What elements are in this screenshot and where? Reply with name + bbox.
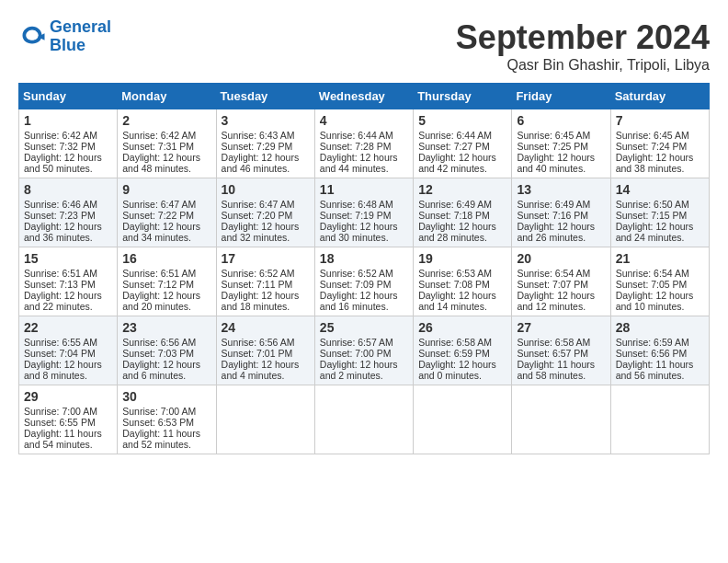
calendar-cell: 30Sunrise: 7:00 AMSunset: 6:53 PMDayligh… [118,385,216,454]
calendar-cell: 27Sunrise: 6:58 AMSunset: 6:57 PMDayligh… [512,316,610,385]
calendar-cell: 29Sunrise: 7:00 AMSunset: 6:55 PMDayligh… [19,385,118,454]
day-info-line: Sunset: 6:59 PM [418,348,506,359]
weekday-header: Thursday [414,84,512,109]
day-info-line: Daylight: 12 hours [122,221,210,232]
day-info-line: Sunrise: 6:45 AM [616,130,704,141]
calendar-cell: 25Sunrise: 6:57 AMSunset: 7:00 PMDayligh… [314,316,413,385]
day-number: 20 [517,251,605,266]
day-info-line: and 28 minutes. [418,232,506,243]
day-info-line: Daylight: 12 hours [517,290,605,301]
day-info-line: and 50 minutes. [24,163,112,174]
day-info-line: Daylight: 12 hours [320,221,408,232]
weekday-header: Monday [118,84,216,109]
day-info-line: Sunrise: 6:43 AM [222,130,310,141]
day-info-line: Daylight: 12 hours [222,290,310,301]
day-number: 27 [517,320,605,335]
calendar-cell: 2Sunrise: 6:42 AMSunset: 7:31 PMDaylight… [118,109,216,178]
day-info-line: Sunrise: 6:49 AM [418,199,506,210]
calendar-cell: 22Sunrise: 6:55 AMSunset: 7:04 PMDayligh… [19,316,118,385]
day-info-line: Daylight: 12 hours [616,290,704,301]
day-info-line: Sunrise: 6:44 AM [418,130,506,141]
calendar-cell: 19Sunrise: 6:53 AMSunset: 7:08 PMDayligh… [414,247,512,316]
calendar-cell: 17Sunrise: 6:52 AMSunset: 7:11 PMDayligh… [216,247,314,316]
day-number: 7 [616,113,704,128]
day-info-line: and 22 minutes. [24,301,112,312]
day-info-line: Sunrise: 6:44 AM [320,130,408,141]
day-info-line: Daylight: 12 hours [418,221,506,232]
day-info-line: Sunset: 7:31 PM [122,141,210,152]
day-number: 26 [418,320,506,335]
day-info-line: Sunset: 6:55 PM [24,417,112,428]
day-info-line: Sunrise: 6:53 AM [418,268,506,279]
day-number: 17 [222,251,310,266]
day-number: 14 [616,182,704,197]
calendar-cell: 11Sunrise: 6:48 AMSunset: 7:19 PMDayligh… [314,178,413,247]
day-info-line: Sunset: 7:07 PM [517,279,605,290]
day-info-line: Sunrise: 6:55 AM [24,337,112,348]
day-info-line: and 2 minutes. [320,370,408,381]
day-info-line: Sunset: 7:29 PM [222,141,310,152]
day-info-line: and 20 minutes. [122,301,210,312]
calendar-cell: 21Sunrise: 6:54 AMSunset: 7:05 PMDayligh… [610,247,709,316]
day-info-line: Sunset: 7:27 PM [418,141,506,152]
title-block: September 2024 Qasr Bin Ghashir, Tripoli… [456,18,710,74]
day-info-line: Sunrise: 6:51 AM [122,268,210,279]
day-info-line: and 52 minutes. [122,439,210,450]
calendar-cell: 15Sunrise: 6:51 AMSunset: 7:13 PMDayligh… [19,247,118,316]
day-info-line: and 26 minutes. [517,232,605,243]
day-info-line: and 58 minutes. [517,370,605,381]
day-info-line: Sunrise: 6:56 AM [222,337,310,348]
calendar-cell: 24Sunrise: 6:56 AMSunset: 7:01 PMDayligh… [216,316,314,385]
day-info-line: Daylight: 12 hours [418,290,506,301]
day-info-line: and 36 minutes. [24,232,112,243]
day-info-line: Daylight: 12 hours [320,290,408,301]
day-info-line: Sunrise: 6:45 AM [517,130,605,141]
day-info-line: Daylight: 12 hours [24,290,112,301]
day-info-line: Sunrise: 6:59 AM [616,337,704,348]
calendar-cell: 12Sunrise: 6:49 AMSunset: 7:18 PMDayligh… [414,178,512,247]
day-info-line: Sunrise: 7:00 AM [122,406,210,417]
day-info-line: Daylight: 12 hours [122,290,210,301]
day-info-line: and 30 minutes. [320,232,408,243]
logo-text: General Blue [50,18,111,55]
calendar-cell [512,385,610,454]
day-info-line: and 12 minutes. [517,301,605,312]
calendar-week-row: 15Sunrise: 6:51 AMSunset: 7:13 PMDayligh… [19,247,710,316]
day-number: 18 [320,251,408,266]
day-info-line: Daylight: 12 hours [616,221,704,232]
calendar-cell: 9Sunrise: 6:47 AMSunset: 7:22 PMDaylight… [118,178,216,247]
day-info-line: Sunset: 7:08 PM [418,279,506,290]
day-info-line: Sunrise: 6:54 AM [517,268,605,279]
day-number: 15 [24,251,112,266]
calendar-cell: 5Sunrise: 6:44 AMSunset: 7:27 PMDaylight… [414,109,512,178]
day-number: 30 [122,389,210,404]
day-number: 6 [517,113,605,128]
day-number: 1 [24,113,112,128]
day-number: 13 [517,182,605,197]
day-info-line: and 10 minutes. [616,301,704,312]
day-info-line: Sunrise: 6:54 AM [616,268,704,279]
day-number: 16 [122,251,210,266]
day-info-line: Daylight: 12 hours [24,152,112,163]
day-info-line: and 32 minutes. [222,232,310,243]
day-info-line: Sunrise: 7:00 AM [24,406,112,417]
day-info-line: and 34 minutes. [122,232,210,243]
day-number: 28 [616,320,704,335]
calendar-cell: 18Sunrise: 6:52 AMSunset: 7:09 PMDayligh… [314,247,413,316]
day-info-line: Sunrise: 6:58 AM [517,337,605,348]
day-info-line: Daylight: 12 hours [24,221,112,232]
general-blue-icon [18,23,46,51]
calendar-week-row: 1Sunrise: 6:42 AMSunset: 7:32 PMDaylight… [19,109,710,178]
day-info-line: Sunset: 7:18 PM [418,210,506,221]
day-info-line: Daylight: 11 hours [24,428,112,439]
calendar-cell: 1Sunrise: 6:42 AMSunset: 7:32 PMDaylight… [19,109,118,178]
day-info-line: Sunrise: 6:58 AM [418,337,506,348]
day-number: 10 [222,182,310,197]
day-info-line: Sunset: 7:00 PM [320,348,408,359]
day-number: 21 [616,251,704,266]
day-info-line: Daylight: 12 hours [122,152,210,163]
day-info-line: and 6 minutes. [122,370,210,381]
day-info-line: Daylight: 12 hours [222,221,310,232]
day-info-line: and 54 minutes. [24,439,112,450]
day-info-line: Sunset: 7:25 PM [517,141,605,152]
